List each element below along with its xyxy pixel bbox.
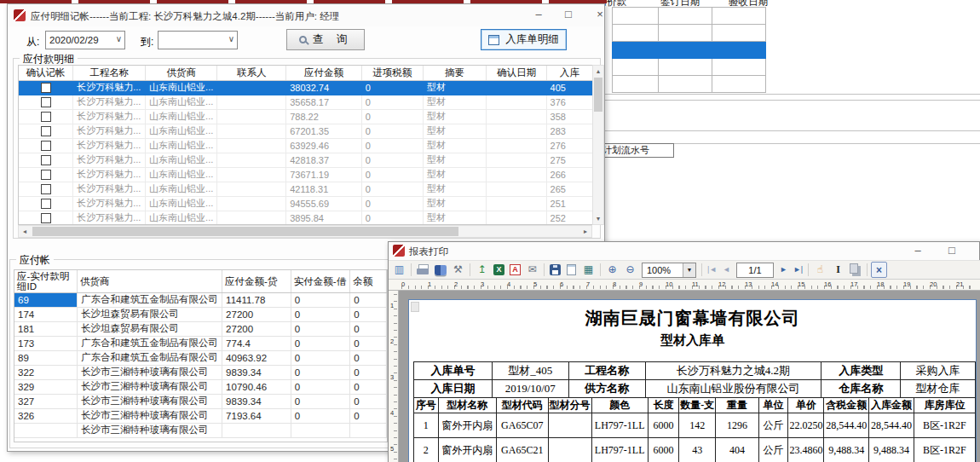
- column-header[interactable]: 供货商: [146, 66, 217, 80]
- table-row[interactable]: 89广东合和建筑五金制品有限公司40963.9200: [14, 350, 387, 365]
- column-header[interactable]: 序号: [414, 398, 439, 413]
- column-header[interactable]: 入库金额: [869, 398, 914, 413]
- table-row[interactable]: 长沙万科魅力...山东南山铝业...42818.370型材275: [19, 153, 593, 167]
- table-row[interactable]: 174长沙坦森贸易有限公司2720000: [14, 307, 387, 321]
- table-row[interactable]: 1窗外开内扇GA65C07LH797-1LL60001421296公斤22.02…: [414, 413, 976, 438]
- table-row[interactable]: [613, 25, 766, 42]
- close-button[interactable]: ×: [586, 5, 614, 24]
- column-header[interactable]: 联系人: [217, 66, 286, 80]
- column-header[interactable]: 工程名称: [73, 66, 146, 80]
- table-row[interactable]: 长沙万科魅力...山东南山铝业...38032.740型材405: [19, 80, 593, 95]
- confirm-checkbox[interactable]: [41, 141, 51, 151]
- minimize-button[interactable]: –: [525, 5, 552, 24]
- column-header[interactable]: 型材代码: [496, 398, 548, 413]
- page-indicator[interactable]: 1/1: [736, 263, 774, 278]
- table-row[interactable]: 181长沙坦森贸易有限公司2720000: [14, 321, 387, 336]
- next-page-icon[interactable]: ►: [777, 262, 790, 278]
- preview-area[interactable]: 湖南巨晟门窗幕墙有限公司 型材入库单 入库单号型材_405工程名称长沙万科魅力之…: [399, 291, 980, 462]
- minimize-button[interactable]: –: [904, 241, 931, 260]
- horizontal-scrollbar[interactable]: ◂ ▸: [18, 225, 592, 238]
- column-header[interactable]: 颜色: [591, 398, 648, 413]
- to-date-combobox[interactable]: ∨: [158, 31, 238, 49]
- table-row[interactable]: 入库日期2019/10/07供方名称山东南山铝业股份有限公司仓库名称型材仓库: [414, 380, 976, 398]
- contract-grid[interactable]: [612, 7, 766, 93]
- confirm-checkbox[interactable]: [41, 83, 51, 93]
- column-header[interactable]: 含税金额: [824, 398, 869, 413]
- text-select-icon[interactable]: I: [830, 262, 846, 278]
- table-row[interactable]: 69广东合和建筑五金制品有限公司11411.7800: [14, 292, 387, 307]
- table-row[interactable]: 长沙万科魅力...山东南山铝业...3895.840型材252: [19, 211, 593, 225]
- table-row[interactable]: 327长沙市三湘特种玻璃有限公司9839.3400: [14, 394, 387, 408]
- column-header[interactable]: 数量-支: [679, 398, 716, 413]
- table-row[interactable]: [613, 8, 766, 25]
- print-icon[interactable]: [417, 264, 429, 276]
- close-preview-icon[interactable]: ×: [871, 262, 887, 278]
- column-header[interactable]: 入库: [546, 66, 592, 80]
- table-row[interactable]: 2窗外开内扇GA65C21LH797-1LL600043404公斤23.4860…: [414, 438, 976, 462]
- export-pdf-icon[interactable]: [510, 264, 521, 275]
- column-header[interactable]: 进项税额: [361, 66, 423, 80]
- table-row[interactable]: 长沙万科魅力...山东南山铝业...67201.350型材283: [19, 124, 593, 138]
- data-grid-icon[interactable]: ▦: [580, 262, 597, 278]
- table-row[interactable]: 329长沙市三湘特种玻璃有限公司10790.4600: [14, 379, 387, 394]
- column-header[interactable]: 型材名称: [438, 398, 496, 413]
- chevron-down-icon[interactable]: ∨: [228, 34, 234, 43]
- confirm-checkbox[interactable]: [41, 97, 51, 107]
- table-row[interactable]: 长沙万科魅力...山东南山铝业...63929.460型材276: [19, 138, 593, 153]
- table-row[interactable]: 长沙万科魅力...山东南山铝业...788.220型材358: [19, 109, 593, 124]
- scrollbar-thumb[interactable]: [594, 78, 602, 112]
- table-row[interactable]: 长沙万科魅力...山东南山铝业...35658.170型材376: [19, 95, 593, 109]
- from-date-combobox[interactable]: 2020/02/29 ∨: [45, 31, 125, 49]
- inbound-detail-button[interactable]: 入库单明细: [481, 29, 567, 50]
- scroll-left-icon[interactable]: ◂: [20, 228, 30, 235]
- column-header[interactable]: 余额: [350, 270, 387, 292]
- title-bar[interactable]: 应付明细记帐------当前工程: 长沙万科魅力之城4.2期------当前用户…: [8, 4, 604, 26]
- table-row[interactable]: 322长沙市三湘特种玻璃有限公司9839.3400: [14, 365, 387, 379]
- book-icon[interactable]: [435, 265, 447, 275]
- column-header[interactable]: 长度: [648, 398, 678, 413]
- table-row[interactable]: 173广东合和建筑五金制品有限公司774.400: [14, 336, 387, 350]
- confirm-checkbox[interactable]: [41, 184, 51, 194]
- settings-icon[interactable]: ⚒: [450, 262, 466, 278]
- payable-detail-table[interactable]: 确认记帐工程名称供货商联系人应付金额进项税额摘要确认日期入库 长沙万科魅力...…: [19, 66, 593, 225]
- confirm-checkbox[interactable]: [41, 112, 51, 122]
- column-header[interactable]: 摘要: [423, 66, 487, 80]
- column-header[interactable]: 单位: [758, 398, 788, 413]
- export-icon[interactable]: ↥: [474, 262, 490, 278]
- column-header[interactable]: 型材分号: [548, 398, 591, 413]
- title-bar[interactable]: 报表打印 – □ ×: [389, 242, 979, 260]
- table-row[interactable]: 长沙万科魅力...山东南山铝业...42118.310型材265: [19, 182, 593, 196]
- document-icon[interactable]: [567, 264, 576, 275]
- table-row[interactable]: 入库单号型材_405工程名称长沙万科魅力之城4.2期入库类型采购入库: [414, 362, 976, 380]
- zoom-select[interactable]: 100% ▼: [642, 263, 696, 278]
- column-header[interactable]: 应付金额: [286, 66, 362, 80]
- table-row[interactable]: [613, 59, 766, 76]
- table-row[interactable]: 长沙市三湘特种玻璃有限公司: [14, 423, 387, 437]
- query-button[interactable]: 查 询: [286, 29, 365, 50]
- confirm-checkbox[interactable]: [41, 213, 51, 223]
- maximize-button[interactable]: □: [938, 241, 966, 260]
- column-header[interactable]: 单价: [788, 398, 824, 413]
- export-excel-icon[interactable]: [493, 264, 504, 275]
- confirm-checkbox[interactable]: [41, 155, 51, 165]
- first-page-icon[interactable]: |◄: [706, 262, 718, 278]
- table-row[interactable]: [613, 42, 766, 59]
- hand-tool-icon[interactable]: ☝: [812, 262, 828, 278]
- table-row[interactable]: 326长沙市三湘特种玻璃有限公司7193.6400: [14, 408, 387, 423]
- column-header[interactable]: 应付金额-贷: [222, 270, 291, 292]
- table-row[interactable]: 长沙万科魅力...山东南山铝业...94555.690型材251: [19, 196, 593, 211]
- close-button[interactable]: ×: [972, 241, 980, 260]
- column-header[interactable]: 实付金额-借: [291, 270, 349, 292]
- last-page-icon[interactable]: ►|: [792, 262, 804, 278]
- zoom-in-icon[interactable]: ⊕: [604, 262, 620, 278]
- column-header[interactable]: 应-实付款明 细ID: [14, 270, 78, 292]
- confirm-checkbox[interactable]: [41, 126, 51, 136]
- maximize-button[interactable]: □: [555, 5, 582, 24]
- scrollbar-thumb[interactable]: [32, 227, 458, 236]
- preview-panel-icon[interactable]: ▥: [391, 262, 407, 278]
- table-row[interactable]: [613, 76, 766, 93]
- column-header[interactable]: 重量: [716, 398, 758, 413]
- mail-icon[interactable]: ✉: [524, 262, 540, 278]
- scroll-right-icon[interactable]: ▸: [580, 228, 591, 235]
- scroll-up-icon[interactable]: ▴: [593, 67, 603, 75]
